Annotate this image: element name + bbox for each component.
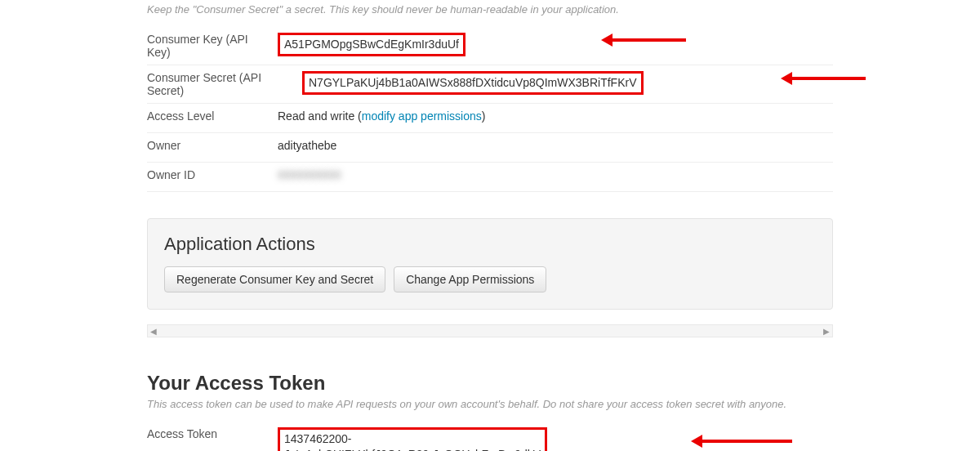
access-token-hint: This access token can be used to make AP… [147,398,833,410]
application-actions-title: Application Actions [164,234,816,255]
access-token-value: 1437462200- JyIeAzhCUIZLXhfJ9Q1vR29rJcQQ… [278,427,547,451]
access-level-value: Read and write ( [278,109,362,123]
application-actions-panel: Application Actions Regenerate Consumer … [147,218,833,310]
owner-value: adityathebe [278,139,336,152]
consumer-secret-hint: Keep the "Consumer Secret" a secret. Thi… [147,3,833,16]
arrow-annotation [604,38,686,42]
arrow-annotation [784,77,866,80]
consumer-secret-value: N7GYLPaKUj4bB1a0AIWSx888fDXtidcuVp8QImWX… [302,71,644,95]
change-permissions-button[interactable]: Change App Permissions [394,266,546,292]
owner-label: Owner [147,139,278,152]
access-level-label: Access Level [147,109,278,123]
owner-row: Owner adityathebe [147,133,833,163]
owner-id-label: Owner ID [147,168,278,181]
access-token-line2: JyIeAzhCUIZLXhfJ9Q1vR29rJcQQYphZmDw9dkV [284,448,541,451]
access-token-line1: 1437462200- [284,432,352,445]
consumer-secret-label: Consumer Secret (API Secret) [147,71,302,97]
consumer-key-row: Consumer Key (API Key) A51PGMOpgSBwCdEgK… [147,27,833,65]
access-token-label: Access Token [147,427,278,440]
regenerate-key-button[interactable]: Regenerate Consumer Key and Secret [164,266,385,292]
owner-id-value: 0000000000 [278,168,341,181]
access-token-title: Your Access Token [147,372,833,395]
owner-id-row: Owner ID 0000000000 [147,163,833,192]
horizontal-scrollbar[interactable] [147,324,833,337]
access-token-row: Access Token 1437462200- JyIeAzhCUIZLXhf… [147,422,833,451]
modify-permissions-link[interactable]: modify app permissions [362,109,482,123]
consumer-key-value: A51PGMOpgSBwCdEgKmIr3duUf [278,33,466,56]
arrow-annotation [694,440,792,443]
access-level-suffix: ) [482,109,486,123]
access-level-row: Access Level Read and write (modify app … [147,104,833,133]
consumer-key-label: Consumer Key (API Key) [147,33,278,59]
consumer-secret-row: Consumer Secret (API Secret) N7GYLPaKUj4… [147,65,833,104]
